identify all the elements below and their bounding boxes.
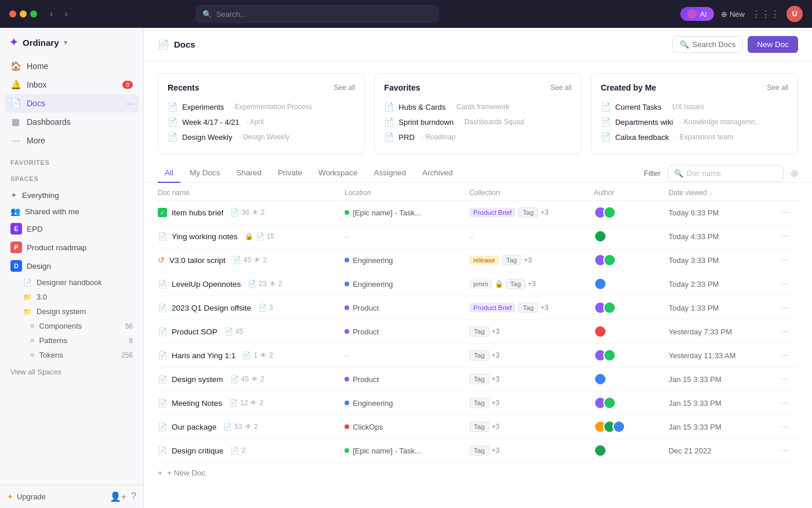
row-actions[interactable]: ··· — [781, 350, 798, 361]
workspace-header[interactable]: ✦ Ordinary ▾ — [0, 28, 143, 55]
view-all-spaces[interactable]: View all Spaces — [0, 365, 143, 380]
fav-sub: · Cards framework — [452, 103, 509, 111]
tag-tag[interactable]: Tag — [518, 207, 538, 218]
created-item-1[interactable]: 📄 Current Tasks · UX Issues — [601, 99, 788, 114]
tag-pmm[interactable]: pmm — [469, 279, 492, 289]
tag-tag[interactable]: Tag — [469, 326, 490, 337]
table-row[interactable]: 📄 Meeting Notes 📄12 👁2 Engineering Tag +… — [158, 391, 798, 415]
table-row[interactable]: 📄 Design critique 📄2 [Epic name] - Task.… — [158, 439, 798, 463]
sidebar-item-components[interactable]: ≡ Components 56 — [5, 319, 139, 333]
table-row[interactable]: ↺ V3.0 tailor script 📄45 👁2 Engineering … — [158, 248, 798, 272]
tag-tag[interactable]: Tag — [469, 421, 490, 432]
search-by-name[interactable]: 🔍 Doc name — [668, 165, 784, 182]
filter-button[interactable]: Filter — [644, 169, 661, 178]
sidebar-item-epd[interactable]: E EPD — [5, 219, 139, 238]
table-row[interactable]: 📄 Product SOP 📄45 Product Tag +3 — [158, 320, 798, 344]
tag-tag[interactable]: Tag — [469, 445, 490, 456]
sidebar-item-tokens[interactable]: ≡ Tokens 256 — [5, 348, 139, 362]
row-actions[interactable]: ··· — [781, 231, 798, 242]
author-cell — [594, 420, 669, 433]
more-icon[interactable]: ··· — [126, 99, 133, 108]
user-avatar[interactable]: U — [786, 6, 803, 22]
sidebar-item-dashboards[interactable]: ▦ Dashboards — [5, 113, 139, 131]
sidebar-item-docs[interactable]: 📄 Docs ··· — [5, 94, 139, 113]
tag-tag[interactable]: Tag — [502, 255, 522, 265]
row-actions[interactable]: ··· — [781, 374, 798, 384]
table-row[interactable]: 📄 LevelUp Opennotes 📄23 👁2 Engineering p… — [158, 272, 798, 296]
tag-tag[interactable]: Tag — [469, 374, 490, 384]
minimize-button[interactable] — [20, 10, 27, 17]
row-actions[interactable]: ··· — [781, 279, 798, 289]
tag-tag[interactable]: Tag — [469, 350, 490, 361]
sidebar-item-home[interactable]: 🏠 Home — [5, 57, 139, 75]
ai-button[interactable]: AI — [680, 7, 714, 21]
favorites-see-all[interactable]: See all — [550, 84, 572, 92]
tab-archived[interactable]: Archived — [415, 164, 460, 183]
sidebar-item-shared[interactable]: 👥 Shared with me — [5, 203, 139, 219]
fav-item-3[interactable]: 📄 PRD · Roadmap — [384, 129, 571, 145]
recents-see-all[interactable]: See all — [334, 84, 356, 92]
tag-product-brief[interactable]: Product Brief — [469, 303, 516, 312]
new-button-top[interactable]: ⊕ New — [721, 10, 745, 19]
row-actions[interactable]: ··· — [781, 445, 798, 456]
tab-my-docs[interactable]: My Docs — [183, 164, 227, 183]
doc-icon: 📄 — [158, 304, 167, 312]
table-row[interactable]: 📄 2023 Q1 Design offsite 📄3 Product Prod… — [158, 296, 798, 320]
upgrade-button[interactable]: ✦ Upgrade — [7, 492, 105, 501]
table-row[interactable]: ✓ Item hubs brief 📄36 👁2 [Epic name] - T… — [158, 201, 798, 225]
created-item-2[interactable]: 📄 Departments wiki · Knowledge managemn.… — [601, 114, 788, 129]
search-docs-button[interactable]: 🔍 Search Docs — [672, 36, 743, 53]
grid-icon[interactable]: ⋮⋮⋮ — [752, 9, 780, 20]
sidebar-item-30[interactable]: 📁 3.0 — [5, 290, 139, 304]
doc-checkbox[interactable]: ✓ — [158, 208, 167, 217]
row-actions[interactable]: ··· — [781, 398, 798, 408]
row-actions[interactable]: ··· — [781, 326, 798, 337]
sidebar-item-design-system[interactable]: 📁 Design system — [5, 304, 139, 319]
maximize-button[interactable] — [30, 10, 37, 17]
author-cell — [594, 373, 669, 385]
tag-tag[interactable]: Tag — [518, 302, 538, 313]
tag-tag[interactable]: Tag — [506, 279, 526, 289]
table-row[interactable]: 📄 Our package 📄53 👁2 ClickOps Tag +3 — [158, 415, 798, 439]
sidebar-item-more[interactable]: ⋯ More — [5, 131, 139, 150]
table-row[interactable]: 📄 Haris and Ying 1:1 📄1 👁2 – Tag +3 — [158, 344, 798, 368]
sidebar-item-patterns[interactable]: ≡ Patterns 8 — [5, 333, 139, 348]
fav-item-1[interactable]: 📄 Hubs & Cards · Cards framework — [384, 99, 571, 114]
tab-assigned[interactable]: Assigned — [367, 164, 413, 183]
new-doc-row[interactable]: + + New Doc — [158, 463, 798, 483]
recent-item-3[interactable]: 📄 Design Weekly · Design Weekly — [168, 129, 355, 145]
table-row[interactable]: 📄 Ying working notes 🔒 📄15 – – — [158, 225, 798, 248]
row-actions[interactable]: ··· — [781, 255, 798, 265]
tag-tag[interactable]: Tag — [469, 398, 490, 408]
back-button[interactable]: ‹ — [46, 8, 56, 20]
row-actions[interactable]: ··· — [781, 421, 798, 432]
row-actions[interactable]: ··· — [781, 302, 798, 313]
sidebar-item-product-roadmap[interactable]: P Product roadmap — [5, 238, 139, 257]
help-icon[interactable]: ? — [131, 491, 136, 502]
sidebar-item-everything[interactable]: ✦ Everything — [5, 187, 139, 203]
add-col-icon[interactable]: ⊕ — [791, 168, 798, 179]
sidebar-item-inbox[interactable]: 🔔 Inbox 9 — [5, 75, 139, 94]
col-date-viewed[interactable]: Date viewed ↓ — [669, 189, 781, 197]
recent-item-2[interactable]: 📄 Week 4/17 - 4/21 · April — [168, 114, 355, 129]
upgrade-label: Upgrade — [17, 492, 46, 501]
created-item-3[interactable]: 📄 Calixa feedback · Expansions team — [601, 129, 788, 145]
forward-button[interactable]: › — [61, 8, 71, 20]
tab-shared[interactable]: Shared — [230, 164, 269, 183]
new-doc-button[interactable]: New Doc — [748, 36, 798, 53]
row-actions[interactable]: ··· — [781, 207, 798, 218]
recent-item-1[interactable]: 📄 Experiments · Experimentation Process — [168, 99, 355, 114]
close-button[interactable] — [9, 10, 16, 17]
tab-private[interactable]: Private — [271, 164, 309, 183]
tag-release[interactable]: release — [469, 255, 499, 265]
sidebar-item-designer-handbook[interactable]: 📄 Designer handbook — [5, 275, 139, 290]
tab-all[interactable]: All — [158, 164, 180, 183]
sidebar-item-design[interactable]: D Design — [5, 257, 139, 275]
global-search[interactable]: 🔍 Search... — [195, 5, 439, 23]
created-see-all[interactable]: See all — [767, 84, 788, 92]
add-member-icon[interactable]: 👤+ — [110, 491, 126, 502]
tab-workspace[interactable]: Workspace — [311, 164, 364, 183]
tag-product-brief[interactable]: Product Brief — [469, 208, 516, 217]
fav-item-2[interactable]: 📄 Sprint burndown · Dashboards Squad — [384, 114, 571, 129]
table-row[interactable]: 📄 Design system 📄45 👁2 Product Tag +3 — [158, 368, 798, 391]
